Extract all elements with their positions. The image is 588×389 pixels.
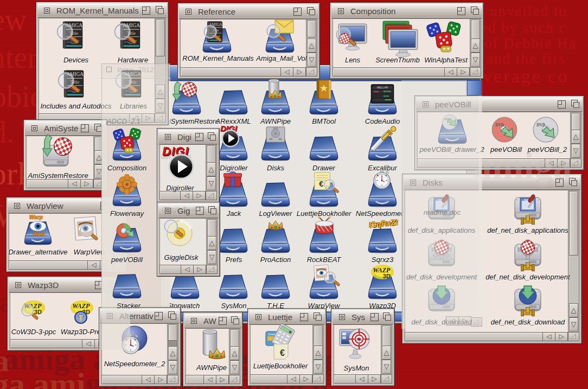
svg-text:€: € (280, 348, 285, 358)
